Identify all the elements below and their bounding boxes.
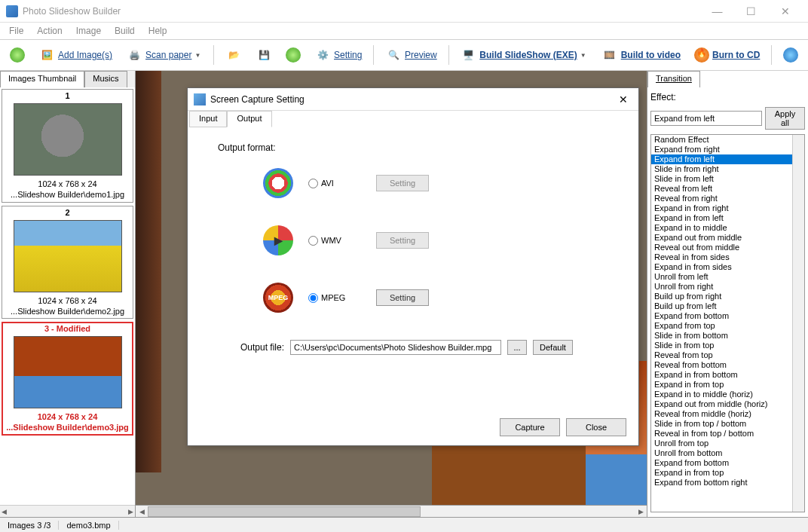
radio-wmv[interactable]: WMV	[308, 236, 361, 246]
maximize-button[interactable]: ☐	[734, 1, 768, 22]
folder-open-icon: 📂	[225, 47, 242, 63]
thumbnail-image	[14, 336, 122, 408]
browse-button[interactable]: ...	[507, 340, 527, 355]
effect-item[interactable]: Reveal in from sides	[651, 252, 804, 262]
build-exe-button[interactable]: 🖥️ Build SlideShow (EXE) ▼	[454, 43, 592, 67]
effect-item[interactable]: Unroll from bottom	[651, 448, 804, 458]
effect-item[interactable]: Reveal from left	[651, 184, 804, 194]
save-button[interactable]: 💾	[250, 43, 277, 67]
chevron-down-icon[interactable]: ▼	[580, 52, 588, 59]
thumbnail-image	[14, 103, 122, 176]
effect-item[interactable]: Reveal from top	[651, 350, 804, 360]
horizontal-scrollbar[interactable]: ◀ ▶	[136, 505, 647, 517]
thumbnail-item[interactable]: 1 1024 x 768 x 24 ...Slideshow Builder\d…	[2, 89, 133, 203]
effect-item[interactable]: Expand in from sides	[651, 262, 804, 272]
effect-item[interactable]: Reveal from right	[651, 194, 804, 203]
effect-item[interactable]: Expand from bottom	[651, 458, 804, 468]
tab-transition[interactable]: Transition	[647, 71, 700, 87]
effect-item[interactable]: Reveal out from middle	[651, 243, 804, 252]
dialog-close-button[interactable]: ✕	[614, 93, 632, 105]
open-button[interactable]: 📂	[220, 43, 247, 67]
add-image-icon: 🖼️	[38, 47, 55, 63]
statusbar: Images 3 /3 demo3.bmp	[0, 517, 808, 532]
effect-item[interactable]: Expand in from bottom	[651, 370, 804, 380]
save-icon: 💾	[256, 47, 272, 63]
chevron-down-icon[interactable]: ▼	[194, 52, 202, 59]
vertical-scrollbar[interactable]	[792, 135, 804, 512]
setting-button[interactable]: ⚙️ Setting	[309, 43, 367, 67]
status-file: demo3.bmp	[59, 521, 118, 530]
scrollbar-thumb[interactable]	[148, 506, 421, 517]
tab-musics[interactable]: Musics	[84, 71, 127, 87]
effect-item[interactable]: Expand from bottom	[651, 311, 804, 321]
scan-paper-button[interactable]: 🖨️ Scan paper ▼	[121, 43, 207, 67]
close-button[interactable]: Close	[566, 418, 626, 436]
capture-button[interactable]: Capture	[500, 418, 560, 436]
burn-cd-button[interactable]: Burn to CD	[689, 44, 765, 66]
default-button[interactable]: Default	[533, 340, 573, 355]
app-title: Photo Slideshow Builder	[23, 6, 700, 17]
add-images-button[interactable]: 🖼️ Add Image(s)	[33, 43, 118, 67]
status-images: Images 3 /3	[0, 521, 59, 530]
mpeg-setting-button[interactable]: Setting	[376, 289, 429, 306]
help-button[interactable]	[778, 44, 803, 66]
effect-item[interactable]: Expand from left	[651, 154, 804, 164]
effect-item[interactable]: Slide in from top / bottom	[651, 419, 804, 429]
effect-item[interactable]: Build up from right	[651, 292, 804, 301]
effect-item[interactable]: Build up from left	[651, 301, 804, 311]
current-effect-field[interactable]	[650, 111, 762, 126]
avi-setting-button[interactable]: Setting	[376, 175, 429, 191]
menu-action[interactable]: Action	[31, 24, 68, 38]
radio-avi[interactable]: AVI	[308, 179, 361, 188]
thumbnail-item[interactable]: 2 1024 x 768 x 24 ...Slideshow Builder\d…	[2, 206, 133, 320]
effect-item[interactable]: Reveal from middle (horiz)	[651, 409, 804, 419]
menu-file[interactable]: File	[3, 24, 29, 38]
build-video-button[interactable]: 🎞️ Build to video	[596, 43, 686, 67]
separator	[373, 45, 374, 65]
effect-item[interactable]: Unroll from top	[651, 439, 804, 448]
tab-input[interactable]: Input	[189, 111, 227, 127]
effect-item[interactable]: Slide in from left	[651, 174, 804, 184]
tab-images-thumbnail[interactable]: Images Thumbnail	[0, 71, 84, 87]
apply-all-button[interactable]: Apply all	[765, 107, 805, 130]
effect-item[interactable]: Expand from bottom right	[651, 478, 804, 488]
toolbar: 🖼️ Add Image(s) 🖨️ Scan paper ▼ 📂 💾 ⚙️ S…	[0, 39, 808, 71]
minimize-button[interactable]: —	[700, 1, 734, 22]
menu-image[interactable]: Image	[70, 24, 107, 38]
effect-item[interactable]: Expand in from right	[651, 203, 804, 213]
help-round-button[interactable]	[280, 44, 306, 66]
preview-button[interactable]: 🔍 Preview	[380, 43, 442, 67]
effect-item[interactable]: Expand out from middle (horiz)	[651, 399, 804, 409]
thumbnail-item-selected[interactable]: 3 - Modified 1024 x 768 x 24 ...Slidesho…	[2, 322, 133, 436]
close-window-button[interactable]: ✕	[768, 1, 802, 22]
wmv-icon	[263, 225, 293, 255]
effect-item[interactable]: Expand in from top	[651, 468, 804, 478]
effect-item[interactable]: Expand from right	[651, 145, 804, 154]
film-icon: 🎞️	[601, 47, 618, 63]
wmv-setting-button[interactable]: Setting	[376, 232, 429, 249]
radio-mpeg[interactable]: MPEG	[308, 293, 361, 303]
effect-item[interactable]: Expand in to middle	[651, 223, 804, 233]
effect-item[interactable]: Expand in from top	[651, 380, 804, 390]
effect-item[interactable]: Expand in to middle (horiz)	[651, 390, 804, 399]
horizontal-scrollbar[interactable]: ◀▶	[0, 505, 135, 517]
effect-item[interactable]: Expand in from left	[651, 213, 804, 223]
output-file-field[interactable]	[290, 340, 501, 355]
effect-item[interactable]: Unroll from right	[651, 282, 804, 292]
effect-item[interactable]: Expand from top	[651, 321, 804, 331]
effect-item[interactable]: Random Effect	[651, 135, 804, 145]
effect-item[interactable]: Reveal from bottom	[651, 360, 804, 370]
back-button[interactable]	[5, 44, 30, 66]
effect-list[interactable]: Random EffectExpand from rightExpand fro…	[650, 134, 805, 512]
effect-item[interactable]: Slide in from top	[651, 341, 804, 350]
tab-output[interactable]: Output	[227, 111, 271, 127]
effect-item[interactable]: Reveal in from top / bottom	[651, 429, 804, 439]
avi-icon: AVI	[263, 168, 293, 198]
menu-help[interactable]: Help	[142, 24, 173, 38]
effect-item[interactable]: Unroll from left	[651, 272, 804, 282]
effect-item[interactable]: Slide in from bottom	[651, 331, 804, 341]
effect-item[interactable]: Expand out from middle	[651, 233, 804, 243]
help-icon	[783, 47, 798, 63]
effect-item[interactable]: Slide in from right	[651, 164, 804, 174]
menu-build[interactable]: Build	[109, 24, 141, 38]
